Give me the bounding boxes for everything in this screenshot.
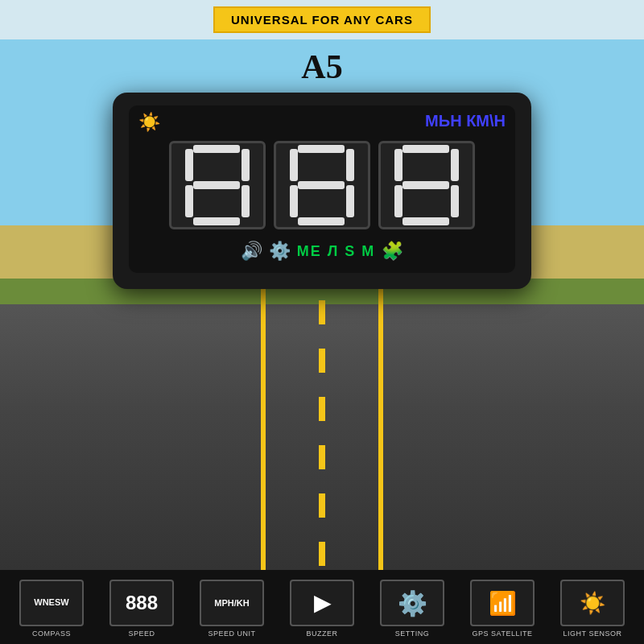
hud-device: ☀️ МЬН КМ\Н — [113, 93, 531, 289]
seg — [298, 181, 345, 189]
seg — [394, 185, 402, 217]
compass-display: WNESW — [34, 597, 68, 609]
digit-3 — [378, 141, 475, 229]
seg — [242, 149, 250, 181]
feature-buzzer: ▶ BUZZER — [279, 580, 365, 638]
feature-light: ☀️ LIGHT SENSOR — [549, 580, 636, 638]
seg — [242, 185, 250, 217]
seg — [290, 185, 298, 217]
seg — [402, 145, 449, 153]
speed-label: SPEED — [128, 630, 155, 638]
seg — [346, 149, 354, 181]
top-banner: UNIVERSAL FOR ANY CARS — [0, 0, 644, 39]
compass-box: WNESW — [19, 580, 84, 626]
speed-unit-box: MPH/KH — [200, 580, 264, 626]
seg — [451, 149, 459, 181]
seg-digit-2 — [290, 145, 354, 225]
volume-icon: 🔊 — [241, 241, 262, 262]
speed-display: 888 — [126, 592, 158, 614]
light-box: ☀️ — [560, 580, 625, 626]
seg — [185, 149, 193, 181]
light-sensor-icon: ☀️ — [580, 591, 605, 616]
seg-digit-1 — [185, 145, 250, 225]
seg — [185, 185, 193, 217]
seg — [290, 149, 298, 181]
compass-label: COMPASS — [32, 630, 71, 638]
speed-box: 888 — [109, 580, 174, 626]
seg — [402, 181, 449, 189]
gps-satellite-icon: 📶 — [489, 590, 517, 617]
setting-gear-icon: ⚙️ — [398, 589, 427, 617]
universal-badge: UNIVERSAL FOR ANY CARS — [213, 6, 431, 33]
gps-label: GPS SATELLITE — [473, 630, 533, 638]
digit-2 — [274, 141, 370, 229]
hud-screen: ☀️ МЬН КМ\Н — [129, 105, 515, 273]
buzzer-box: ▶ — [290, 580, 354, 626]
speed-unit-label: SPEED UNIT — [208, 630, 255, 638]
seg — [298, 217, 345, 225]
feature-speed-unit: MPH/KH SPEED UNIT — [188, 580, 275, 638]
seg — [193, 217, 240, 225]
buzzer-label: BUZZER — [307, 630, 338, 638]
status-row: 🔊 ⚙️ ME Л S M 🧩 — [142, 237, 502, 265]
road-area: A5 ☀️ МЬН КМ\Н — [0, 39, 644, 570]
features-bar: WNESW COMPASS 888 SPEED MPH/KH SPEED UNI… — [0, 570, 644, 644]
mph-display: MPH/KH — [214, 598, 249, 608]
speed-unit-display: МЬН КМ\Н — [425, 112, 506, 130]
seg — [193, 145, 240, 153]
seg — [193, 181, 240, 189]
digits-row — [142, 141, 502, 229]
seg — [346, 185, 354, 217]
seg-digit-3 — [394, 145, 459, 225]
setting-label: SETTING — [395, 630, 430, 638]
seg — [394, 149, 402, 181]
brightness-icon: ☀️ — [138, 112, 160, 133]
feature-gps: 📶 GPS SATELLITE — [459, 580, 546, 638]
seg — [451, 185, 459, 217]
status-text: ME Л S M — [297, 243, 376, 260]
model-label: A5 — [301, 47, 342, 86]
seg — [298, 145, 345, 153]
feature-speed: 888 SPEED — [98, 580, 185, 638]
feature-compass: WNESW COMPASS — [8, 580, 95, 638]
digit-1 — [169, 141, 266, 229]
light-label: LIGHT SENSOR — [564, 630, 622, 638]
gps-box: 📶 — [470, 580, 535, 626]
main-container: UNIVERSAL FOR ANY CARS A5 ☀️ МЬН КМ\Н — [0, 0, 644, 644]
buzzer-icon: ▶ — [314, 591, 330, 616]
seg — [402, 217, 449, 225]
setting-box: ⚙️ — [380, 580, 444, 626]
puzzle-icon: 🧩 — [382, 241, 403, 262]
gear-icon: ⚙️ — [269, 241, 291, 262]
feature-setting: ⚙️ SETTING — [369, 580, 456, 638]
